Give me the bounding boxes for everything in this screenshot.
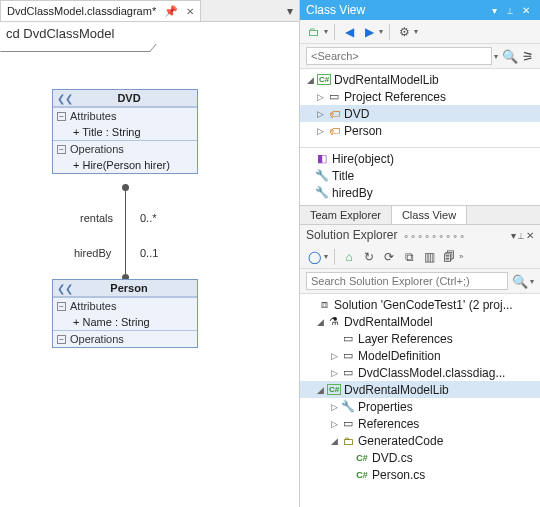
close-icon[interactable]: ✕: [526, 230, 534, 241]
expander-icon[interactable]: ▷: [314, 126, 326, 136]
expander-icon[interactable]: ▷: [328, 402, 340, 412]
tree-node-label[interactable]: DvdRentalModelLib: [334, 73, 439, 87]
uml-class-name: Person: [93, 282, 165, 294]
uml-class-header[interactable]: ❮❮ DVD: [53, 90, 197, 107]
association-multiplicity-label[interactable]: 0..1: [140, 247, 158, 259]
search-input[interactable]: [306, 272, 508, 290]
tree-node-label[interactable]: Layer References: [358, 332, 453, 346]
expander-icon[interactable]: ▷: [328, 419, 340, 429]
collapse-icon[interactable]: ❮❮: [57, 283, 73, 294]
tab-pin-icon[interactable]: 📌: [162, 5, 180, 18]
solution-explorer-search: 🔍▾: [300, 269, 540, 294]
expander-icon[interactable]: ▷: [328, 368, 340, 378]
show-all-icon[interactable]: ▥: [421, 249, 437, 265]
window-menu-icon[interactable]: ▾: [511, 230, 516, 241]
expander-icon[interactable]: ◢: [314, 385, 326, 395]
expander-icon[interactable]: ◢: [304, 75, 316, 85]
tree-node-label[interactable]: Solution 'GenCodeTest1' (2 proj...: [334, 298, 513, 312]
minus-icon[interactable]: −: [57, 302, 66, 311]
property-icon: 🔧: [314, 169, 330, 183]
association-role-label[interactable]: rentals: [80, 212, 113, 224]
uml-operations-header[interactable]: −Operations: [53, 331, 197, 347]
uml-attribute[interactable]: + Title : String: [53, 124, 197, 140]
tree-node-label[interactable]: DVD.cs: [372, 451, 413, 465]
sync-icon[interactable]: ↻: [361, 249, 377, 265]
tree-node-label[interactable]: Project References: [344, 90, 446, 104]
expander-icon[interactable]: ▷: [314, 92, 326, 102]
search-dropdown-icon[interactable]: ▾: [494, 52, 498, 61]
member-label[interactable]: Title: [332, 169, 354, 183]
tool-window-stack: Class View ▾ ⟂ ✕ 🗀▾ ◀ ▶▾ ⚙▾ ▾ 🔍 ⚞ ◢C#Dvd…: [300, 0, 540, 507]
uml-attributes-header[interactable]: −Attributes: [53, 108, 197, 124]
tree-node-label[interactable]: DvdRentalModelLib: [344, 383, 449, 397]
tree-node-label[interactable]: ModelDefinition: [358, 349, 441, 363]
association-multiplicity-label[interactable]: 0..*: [140, 212, 157, 224]
refresh-icon[interactable]: ⟳: [381, 249, 397, 265]
class-view-search: ▾ 🔍 ⚞: [300, 44, 540, 69]
document-tab-active[interactable]: DvdClassModel.classdiagram* 📌 ✕: [0, 0, 201, 21]
tree-node-label[interactable]: Person: [344, 124, 382, 138]
tree-node-label[interactable]: Person.cs: [372, 468, 425, 482]
expander-icon[interactable]: ▷: [328, 351, 340, 361]
search-icon[interactable]: 🔍: [502, 49, 518, 64]
search-icon[interactable]: 🔍: [512, 274, 528, 289]
minus-icon[interactable]: −: [57, 145, 66, 154]
expander-icon[interactable]: ▷: [314, 109, 326, 119]
class-view-tree[interactable]: ◢C#DvdRentalModelLib ▷▭Project Reference…: [300, 69, 540, 147]
tab-team-explorer[interactable]: Team Explorer: [300, 206, 391, 224]
uml-class-header[interactable]: ❮❮ Person: [53, 280, 197, 297]
expander-icon[interactable]: ◢: [328, 436, 340, 446]
expander-icon[interactable]: ◢: [314, 317, 326, 327]
search-input[interactable]: [306, 47, 492, 65]
class-view-toolbar: 🗀▾ ◀ ▶▾ ⚙▾: [300, 20, 540, 44]
folder-icon: ▭: [340, 349, 356, 363]
solution-explorer-tree[interactable]: ⧈Solution 'GenCodeTest1' (2 proj... ◢⚗Dv…: [300, 294, 540, 507]
collapse-all-icon[interactable]: ⧉: [401, 249, 417, 265]
association-line[interactable]: [125, 187, 126, 279]
minus-icon[interactable]: −: [57, 112, 66, 121]
uml-operation[interactable]: + Hire(Person hirer): [53, 157, 197, 173]
tree-node-label[interactable]: DvdClassModel.classdiag...: [358, 366, 505, 380]
properties-icon[interactable]: 🗐: [441, 249, 457, 265]
back-icon[interactable]: ◀: [341, 24, 357, 40]
overflow-icon[interactable]: »: [459, 252, 463, 261]
new-folder-icon[interactable]: 🗀: [306, 24, 322, 40]
uml-class-dvd[interactable]: ❮❮ DVD −Attributes + Title : String −Ope…: [52, 89, 198, 174]
class-view-titlebar[interactable]: Class View ▾ ⟂ ✕: [300, 0, 540, 20]
method-icon: ◧: [314, 152, 330, 166]
uml-operations-header[interactable]: −Operations: [53, 141, 197, 157]
tree-node-label[interactable]: References: [358, 417, 419, 431]
panel-title-label: Class View: [306, 3, 365, 17]
csharp-project-icon: C#: [327, 384, 341, 395]
pin-icon[interactable]: ⟂: [518, 230, 524, 241]
tab-menu-dropdown-icon[interactable]: ▾: [281, 0, 299, 21]
forward-icon[interactable]: ▶: [361, 24, 377, 40]
association-endpoint-icon: [122, 184, 129, 191]
home-icon[interactable]: ⌂: [341, 249, 357, 265]
uml-attributes-header[interactable]: −Attributes: [53, 298, 197, 314]
settings-gear-icon[interactable]: ⚙: [396, 24, 412, 40]
folder-icon: 🗀: [340, 434, 356, 448]
close-icon[interactable]: ✕: [186, 6, 194, 17]
close-icon[interactable]: ✕: [518, 5, 534, 16]
member-label[interactable]: Hire(object): [332, 152, 394, 166]
overflow-icon[interactable]: ∘∘∘∘∘∘∘∘∘: [403, 230, 466, 241]
collapse-icon[interactable]: ❮❮: [57, 93, 73, 104]
minus-icon[interactable]: −: [57, 335, 66, 344]
tree-node-label[interactable]: Properties: [358, 400, 413, 414]
tree-node-label[interactable]: DvdRentalModel: [344, 315, 433, 329]
uml-class-person[interactable]: ❮❮ Person −Attributes + Name : String −O…: [52, 279, 198, 348]
search-options-icon[interactable]: ⚞: [522, 49, 534, 64]
class-view-members[interactable]: ◧Hire(object) 🔧Title 🔧hiredBy: [300, 147, 540, 205]
back-icon[interactable]: ◯: [306, 249, 322, 265]
tree-node-label[interactable]: GeneratedCode: [358, 434, 443, 448]
uml-class-name: DVD: [93, 92, 165, 104]
tree-node-label[interactable]: DVD: [344, 107, 369, 121]
tab-class-view[interactable]: Class View: [391, 206, 467, 224]
diagram-surface[interactable]: cd DvdClassModel ❮❮ DVD −Attributes + Ti…: [0, 22, 299, 507]
window-menu-icon[interactable]: ▾: [486, 5, 502, 16]
uml-attribute[interactable]: + Name : String: [53, 314, 197, 330]
pin-icon[interactable]: ⟂: [502, 5, 518, 16]
member-label[interactable]: hiredBy: [332, 186, 373, 200]
association-role-label[interactable]: hiredBy: [74, 247, 111, 259]
